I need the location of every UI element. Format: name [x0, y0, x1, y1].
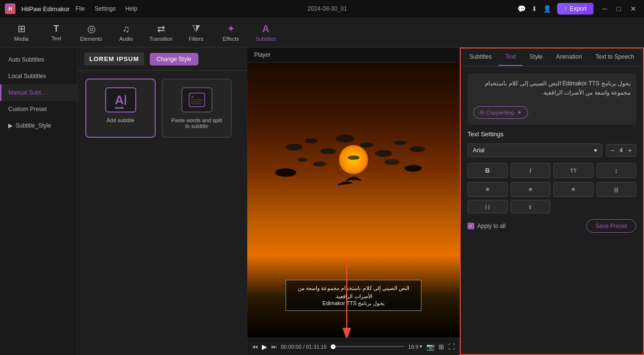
content-header: LOREM IPSUM Change Style — [78, 48, 247, 71]
paste-words-icon-box: A — [181, 87, 212, 113]
align-right-button[interactable]: ≡ — [553, 182, 594, 197]
line-spacing-button[interactable]: ↕ — [596, 163, 637, 178]
media-icon: ⊞ — [17, 23, 26, 34]
close-button[interactable]: ✕ — [628, 4, 639, 14]
toolbar-audio[interactable]: ♫ Audio — [110, 19, 143, 46]
prev-frame-button[interactable]: ⏮ — [252, 343, 258, 350]
text-settings-heading: Text Settings — [467, 130, 636, 138]
font-row: Arial ▾ − 4 + — [467, 144, 636, 157]
filters-label: Filters — [189, 36, 203, 42]
elements-label: Elements — [80, 36, 102, 42]
strikethrough-button[interactable]: TT — [553, 163, 594, 178]
save-preset-button[interactable]: Save Preset — [586, 219, 636, 233]
sidebar-item-custom-preset[interactable]: Custom Preset — [0, 101, 77, 117]
svg-point-14 — [313, 161, 326, 167]
next-frame-button[interactable]: ⏭ — [271, 343, 277, 350]
effects-icon: ✦ — [227, 23, 235, 34]
paste-words-option[interactable]: A Paste words and split to subtitle — [161, 79, 232, 138]
change-style-button[interactable]: Change Style — [150, 53, 198, 65]
sidebar-item-auto-subtitles[interactable]: Auto Subtitles — [0, 51, 77, 68]
minimize-button[interactable]: ─ — [599, 4, 610, 14]
maximize-button[interactable]: □ — [614, 4, 624, 14]
chat-icon[interactable]: 💬 — [517, 5, 526, 13]
sidebar-item-subtitle-style[interactable]: ▶ Subtitle_Style — [0, 117, 77, 134]
main-toolbar: ⊞ Media T Text ◎ Elements ♫ Audio ⇄ Tran… — [0, 17, 644, 48]
paste-words-svg-icon: A — [187, 91, 207, 109]
subtitle-options: A Add subtitle A Paste words and split — [78, 71, 247, 145]
apply-row: ✓ Apply to all Save Preset — [467, 219, 636, 233]
menu-help[interactable]: Help — [125, 5, 137, 12]
subtitle-line1: النص الصيني إلى كلام باستخدام مجموعة واس… — [294, 284, 413, 300]
toolbar-media[interactable]: ⊞ Media — [5, 19, 38, 46]
play-button[interactable]: ▶ — [262, 343, 267, 351]
bold-button[interactable]: B — [467, 163, 508, 178]
cursor-icon — [125, 95, 126, 105]
aspect-ratio-selector[interactable]: 16:9 ▾ — [408, 343, 422, 350]
account-icon[interactable]: 👤 — [543, 5, 551, 13]
player-header: Player — [247, 48, 460, 63]
main-body: Auto Subtitles Local Subtitles Manual Su… — [0, 48, 644, 355]
text-icon: T — [54, 24, 59, 34]
toolbar-effects[interactable]: ✦ Effects — [214, 19, 247, 46]
ai-copywriting-button[interactable]: ✦ AI Copywriting — [473, 106, 528, 119]
titlebar-menu: File Settings Help — [76, 5, 137, 12]
transition-label: Transition — [149, 36, 173, 42]
menu-file[interactable]: File — [76, 5, 85, 12]
chevron-down-icon: ▾ — [419, 343, 422, 350]
effects-label: Effects — [223, 36, 239, 42]
toolbar-subtitles[interactable]: A Subtitles — [249, 19, 282, 46]
text-label: Text — [51, 35, 61, 41]
elements-icon: ◎ — [87, 23, 96, 34]
window-controls: ─ □ ✕ — [599, 4, 639, 14]
tab-style[interactable]: Style — [523, 48, 549, 66]
format-buttons-row1: B I TT ↕ — [467, 163, 636, 178]
tab-text[interactable]: Text — [499, 48, 523, 66]
font-size-increase[interactable]: + — [628, 146, 632, 154]
toolbar-filters[interactable]: ⧩ Filters — [179, 19, 212, 46]
word-spacing-button[interactable]: | | — [467, 200, 508, 213]
letter-spacing-button[interactable]: ||| — [596, 182, 637, 197]
time-slider[interactable] — [331, 346, 404, 347]
tab-text-to-speech[interactable]: Text to Speech — [589, 48, 641, 66]
titlebar-left: H HitPaw Edimakor File Settings Help — [5, 3, 137, 14]
video-background: النص الصيني إلى كلام باستخدام مجموعة واس… — [247, 63, 460, 338]
toolbar-text[interactable]: T Text — [40, 19, 73, 46]
align-left-button[interactable]: ≡ — [467, 182, 508, 197]
ai-star-icon: ✦ — [517, 109, 522, 116]
export-button[interactable]: ↑ Export — [557, 3, 594, 15]
add-subtitle-option[interactable]: A Add subtitle — [85, 79, 156, 138]
svg-text:A: A — [191, 95, 194, 99]
subtitle-overlay: النص الصيني إلى كلام باستخدام مجموعة واس… — [286, 280, 421, 311]
transition-icon: ⇄ — [157, 23, 165, 34]
italic-button[interactable]: I — [511, 163, 551, 178]
player-area: Player — [247, 48, 460, 355]
filters-icon: ⧩ — [192, 23, 200, 34]
font-size-decrease[interactable]: − — [611, 146, 614, 154]
tab-animation[interactable]: Animation — [549, 48, 589, 66]
toolbar-elements[interactable]: ◎ Elements — [75, 19, 108, 46]
fullscreen-icon[interactable]: ⛶ — [448, 343, 455, 351]
tab-subtitles[interactable]: Subtitles — [463, 48, 499, 66]
font-size-value: 4 — [617, 147, 625, 154]
add-subtitle-icon-box: A — [105, 87, 136, 113]
svg-point-17 — [275, 168, 296, 177]
screenshot-icon[interactable]: 📷 — [426, 343, 435, 351]
vertical-align-button[interactable]: ⫿ — [511, 200, 551, 213]
right-panel: Subtitles Text Style Animation Text to S… — [460, 48, 644, 355]
align-center-button[interactable]: ≡ — [511, 182, 551, 197]
media-label: Media — [14, 36, 29, 42]
apply-to-all-label: Apply to all — [477, 223, 506, 229]
crop-icon[interactable]: ⊞ — [438, 343, 444, 351]
apply-to-all-checkbox[interactable]: ✓ — [467, 223, 474, 229]
sidebar-item-local-subtitles[interactable]: Local Subtitles — [0, 68, 77, 84]
arrow-icon: ▶ — [8, 122, 13, 129]
menu-settings[interactable]: Settings — [95, 5, 115, 12]
svg-point-12 — [410, 146, 425, 152]
font-selector[interactable]: Arial ▾ — [467, 144, 602, 157]
toolbar-transition[interactable]: ⇄ Transition — [145, 19, 177, 46]
sidebar-item-manual-subtitles[interactable]: Manual Subt... — [0, 84, 77, 101]
download-icon[interactable]: ⬇ — [531, 5, 537, 13]
app-logo: H — [5, 3, 16, 14]
svg-point-13 — [297, 158, 307, 162]
content-panel: LOREM IPSUM Change Style A Add subtitle … — [78, 48, 247, 355]
